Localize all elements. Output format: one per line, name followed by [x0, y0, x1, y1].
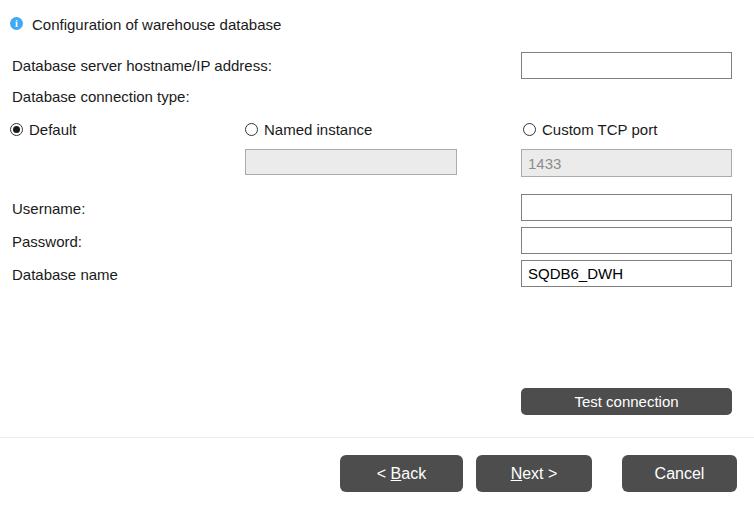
radio-button-icon [523, 123, 536, 136]
radio-button-icon [245, 123, 258, 136]
test-connection-button[interactable]: Test connection [521, 388, 732, 415]
radio-named-instance[interactable]: Named instance [245, 121, 372, 138]
hostname-input[interactable] [521, 52, 732, 79]
radio-custom-tcp-port-label: Custom TCP port [542, 121, 657, 138]
radio-custom-tcp-port[interactable]: Custom TCP port [523, 121, 657, 138]
info-icon: i [10, 17, 23, 30]
named-instance-input[interactable] [245, 149, 457, 175]
custom-tcp-port-input[interactable] [521, 149, 732, 177]
username-input[interactable] [521, 194, 732, 221]
next-button[interactable]: Next > [476, 455, 592, 492]
database-name-input[interactable] [521, 260, 732, 287]
hostname-label: Database server hostname/IP address: [12, 57, 272, 74]
radio-default[interactable]: Default [10, 121, 77, 138]
password-label: Password: [12, 233, 82, 250]
username-label: Username: [12, 200, 85, 217]
footer-separator [0, 437, 754, 438]
radio-named-instance-label: Named instance [264, 121, 372, 138]
back-button[interactable]: < Back [340, 455, 463, 492]
password-input[interactable] [521, 227, 732, 254]
cancel-button[interactable]: Cancel [622, 455, 737, 492]
page-title: Configuration of warehouse database [32, 16, 281, 33]
wizard-page-warehouse-db-config: i Configuration of warehouse database Da… [0, 0, 754, 508]
database-name-label: Database name [12, 266, 118, 283]
connection-type-label: Database connection type: [12, 88, 190, 105]
radio-button-icon [10, 123, 23, 136]
radio-default-label: Default [29, 121, 77, 138]
